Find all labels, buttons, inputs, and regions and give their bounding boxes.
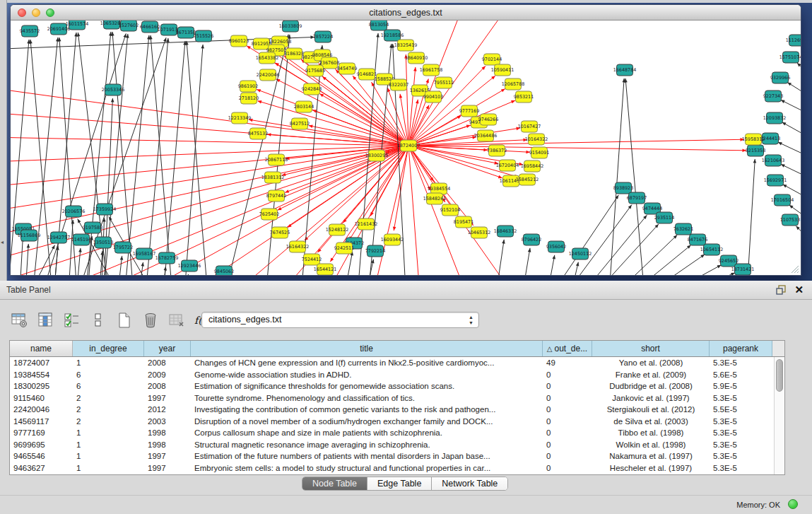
graph-node[interactable]: 9175685 — [305, 65, 325, 76]
column-header-out_de[interactable]: △out_de... — [543, 341, 592, 356]
graph-node[interactable]: 17359924 — [93, 204, 117, 215]
graph-node[interactable]: 16846332 — [494, 226, 517, 237]
table-row[interactable]: 1830029562008Estimation of significance … — [10, 380, 784, 392]
graph-node[interactable]: 16033809 — [279, 21, 302, 32]
table-row[interactable]: 946554611997Estimation of the future num… — [10, 450, 784, 462]
network-canvas[interactable]: 9435572206914061601157410653287152760264… — [11, 21, 801, 275]
tab-node-table[interactable]: Node Table — [302, 477, 367, 490]
graph-node[interactable]: 7792214 — [365, 245, 385, 257]
column-header-title[interactable]: title — [191, 341, 543, 356]
show-column-button[interactable] — [36, 311, 56, 329]
new-document-button[interactable] — [114, 311, 134, 329]
graph-node[interactable]: 9154091 — [529, 147, 549, 158]
graph-node[interactable]: 7674525 — [270, 227, 290, 238]
graph-node[interactable]: 15848261 — [423, 193, 447, 204]
graph-node[interactable]: 9242511 — [334, 243, 354, 254]
graph-node[interactable]: 18724007 — [397, 140, 420, 151]
graph-node[interactable]: 7386372 — [487, 145, 507, 156]
graph-node[interactable]: 6879197 — [627, 192, 647, 204]
graph-node[interactable]: 12923446 — [178, 260, 201, 271]
graph-node[interactable]: 9845062 — [214, 266, 234, 275]
graph-node[interactable]: 12450112 — [569, 248, 592, 259]
select-all-button[interactable] — [62, 311, 82, 329]
graph-node[interactable]: 9197588 — [83, 222, 102, 233]
graph-node[interactable]: 1350513 — [93, 237, 113, 248]
minimize-window-button[interactable] — [32, 8, 40, 17]
graph-node[interactable]: 16544121 — [314, 264, 337, 275]
graph-node[interactable]: 12213349 — [228, 112, 252, 124]
graph-node[interactable]: 7857224 — [313, 31, 333, 42]
graph-node[interactable]: 9702144 — [482, 54, 502, 65]
graph-node[interactable]: 8796422 — [522, 234, 541, 245]
table-row[interactable]: 1456911722003Disruption of a novel membe… — [10, 416, 784, 428]
graph-node[interactable]: 9356042 — [546, 241, 566, 252]
graph-node[interactable]: 8471676 — [688, 234, 707, 245]
table-row[interactable]: 2242004622012Investigating the contribut… — [10, 404, 784, 416]
table-mode-button[interactable] — [10, 311, 30, 329]
graph-node[interactable]: 18381312 — [261, 172, 285, 183]
graph-node[interactable]: 15958312 — [742, 134, 765, 145]
delete-table-button[interactable] — [167, 311, 187, 329]
graph-node[interactable]: 16958442 — [521, 160, 544, 172]
graph-node[interactable]: 7955112 — [434, 77, 454, 88]
graph-node[interactable]: 8960123 — [229, 35, 249, 47]
deselect-all-button[interactable] — [88, 311, 108, 329]
graph-node[interactable]: 16720404 — [496, 160, 519, 171]
table-row[interactable]: 977716911998Corpus callosum shape and si… — [10, 427, 784, 439]
graph-node[interactable]: 1527602 — [119, 21, 139, 31]
graph-node[interactable]: 1795722 — [113, 242, 133, 253]
column-header-name[interactable]: name — [10, 341, 73, 356]
table-selector-dropdown[interactable]: citations_edges.txt ▲▼ — [201, 312, 479, 328]
float-panel-icon[interactable] — [775, 284, 787, 296]
table-scrollbar-thumb[interactable] — [776, 359, 783, 392]
graph-node[interactable]: 2718120 — [239, 93, 259, 104]
graph-node[interactable]: 9746266 — [478, 114, 498, 125]
graph-node[interactable]: 20364486 — [474, 130, 498, 141]
graph-node[interactable]: 16093442 — [381, 234, 404, 245]
graph-node[interactable]: 2803144 — [294, 101, 314, 112]
graph-node[interactable]: 8195471 — [454, 216, 473, 228]
graph-node[interactable]: 7632621 — [673, 223, 693, 235]
table-row[interactable]: 1872400712008Changes of HCN gene express… — [10, 357, 784, 369]
graph-node[interactable]: 12161432 — [355, 218, 378, 230]
graph-node[interactable]: 17016504 — [771, 194, 794, 206]
graph-node[interactable]: 9152104 — [440, 204, 460, 216]
graph-node[interactable]: 16210643 — [762, 155, 785, 166]
graph-node[interactable]: 8215358 — [746, 145, 765, 156]
graph-node[interactable]: 9777169 — [459, 105, 479, 117]
graph-node[interactable]: 10465312 — [468, 227, 491, 238]
graph-node[interactable]: 1107533 — [780, 214, 800, 226]
graph-node[interactable]: 18300295 — [365, 150, 389, 161]
left-panel-divider[interactable]: ◂ — [0, 0, 7, 281]
graph-node[interactable]: 10654112 — [700, 244, 724, 255]
column-header-in_degree[interactable]: in_degree — [73, 341, 144, 356]
column-header-year[interactable]: year — [144, 341, 191, 356]
graph-node[interactable]: 7625402 — [259, 209, 279, 220]
graph-node[interactable]: 16958167 — [133, 248, 156, 259]
graph-node[interactable]: 12942757 — [47, 232, 71, 243]
graph-node[interactable]: 8475132 — [248, 128, 268, 139]
graph-node[interactable]: 20053346 — [102, 84, 125, 95]
graph-node[interactable]: 15751074 — [779, 52, 801, 63]
graph-node[interactable]: 16011574 — [66, 21, 89, 30]
graph-node[interactable]: 16543382 — [256, 52, 279, 64]
graph-node[interactable]: 8322037 — [389, 79, 408, 90]
graph-node[interactable]: 16648784 — [613, 64, 637, 76]
table-scrollbar[interactable] — [774, 357, 784, 474]
network-window[interactable]: citations_edges.txt 94355722069140616011… — [10, 4, 801, 276]
table-row[interactable]: 969969511998Structural magnetic resonanc… — [10, 439, 784, 451]
graph-node[interactable]: 9435572 — [20, 25, 40, 37]
graph-node[interactable]: 8813054 — [369, 21, 389, 30]
graph-node[interactable]: 15248122 — [326, 224, 349, 235]
column-header-short[interactable]: short — [592, 341, 710, 356]
graph-node[interactable]: 16961758 — [420, 64, 443, 76]
graph-node[interactable]: 18640910 — [405, 52, 428, 64]
divider-collapse-arrow-icon[interactable]: ◂ — [1, 239, 4, 245]
graph-node[interactable]: 8427512 — [290, 118, 310, 129]
graph-node[interactable]: 9904103 — [423, 91, 443, 103]
graph-node[interactable]: 9861902 — [238, 81, 258, 92]
graph-node[interactable]: 16164322 — [286, 241, 310, 252]
graph-node[interactable]: 22420046 — [257, 69, 280, 81]
graph-node[interactable]: 9242848 — [302, 83, 322, 95]
close-window-button[interactable] — [18, 8, 26, 17]
